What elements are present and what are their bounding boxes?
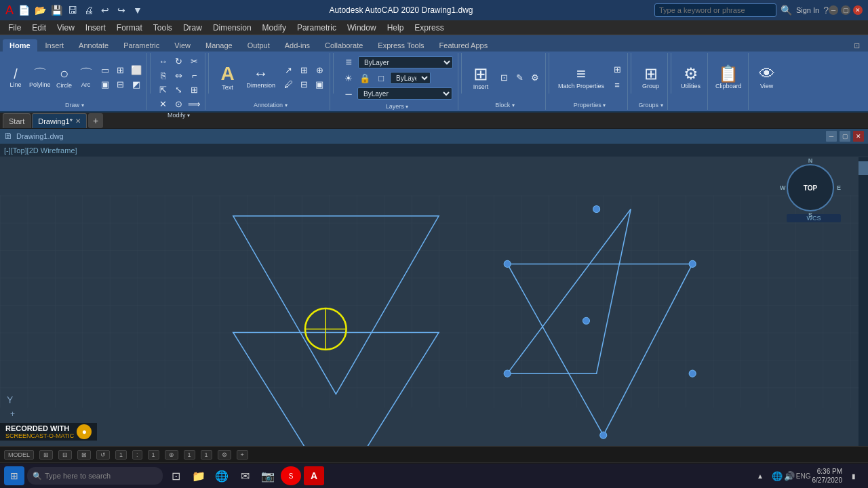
- saveas-button[interactable]: 🖫: [65, 3, 80, 18]
- listprops-button[interactable]: ≡: [610, 79, 625, 92]
- draw-circle-button[interactable]: ○ Circle: [54, 64, 75, 90]
- close-button[interactable]: ✕: [853, 5, 863, 15]
- linetype-dropdown[interactable]: ByLayer: [357, 87, 452, 100]
- menu-modify[interactable]: Modify: [257, 22, 292, 34]
- rotate-button[interactable]: ↻: [172, 54, 186, 68]
- redo-button[interactable]: ↪: [114, 3, 129, 18]
- tab-home[interactable]: Home: [3, 39, 37, 52]
- properties-group-label[interactable]: Properties ▾: [574, 100, 606, 108]
- snap-button[interactable]: ⊟: [58, 450, 72, 460]
- save-button[interactable]: 💾: [49, 3, 64, 18]
- autocad-taskbar-button[interactable]: A: [304, 466, 324, 485]
- tray-up-button[interactable]: ▲: [750, 466, 770, 485]
- tab-start[interactable]: Start: [3, 113, 31, 128]
- layer-icon3[interactable]: □: [374, 71, 389, 85]
- ribbon-search[interactable]: ⊡: [848, 40, 865, 52]
- tab-collaborate[interactable]: Collaborate: [318, 39, 370, 52]
- polar-button[interactable]: ↺: [96, 450, 110, 460]
- markup-button[interactable]: 🖊: [281, 78, 296, 92]
- menu-parametric[interactable]: Parametric: [292, 22, 342, 34]
- stretch-button[interactable]: ⇱: [156, 83, 171, 96]
- rectangle-button[interactable]: ▭: [98, 64, 113, 77]
- table2-button[interactable]: ⊟: [296, 78, 311, 92]
- tab-drawing1[interactable]: Drawing1* ✕: [32, 113, 87, 128]
- tab-parametric[interactable]: Parametric: [117, 39, 166, 52]
- draw-line-button[interactable]: / Line: [5, 65, 26, 89]
- scrollbar-thumb[interactable]: [859, 161, 868, 175]
- trim-button[interactable]: ✂: [187, 54, 202, 68]
- insert-button[interactable]: ⊞ Insert: [467, 62, 494, 93]
- move-button[interactable]: ↔: [156, 54, 171, 68]
- scale1-button[interactable]: 1: [115, 450, 127, 460]
- grid-button[interactable]: ⊞: [39, 450, 53, 460]
- right-scrollbar[interactable]: [859, 157, 868, 446]
- view-button[interactable]: 👁 View: [753, 63, 781, 92]
- explorer-button[interactable]: 📁: [189, 466, 209, 485]
- menu-help[interactable]: Help: [382, 22, 410, 34]
- minimize-button[interactable]: ─: [829, 5, 838, 15]
- start-button[interactable]: ⊞: [4, 466, 24, 485]
- utilities-button[interactable]: ⚙ Utilities: [677, 63, 705, 92]
- menu-edit[interactable]: Edit: [26, 22, 52, 34]
- maximize-button[interactable]: ▢: [841, 5, 850, 15]
- linetype-icon[interactable]: ─: [341, 87, 356, 100]
- menu-dimension[interactable]: Dimension: [208, 22, 257, 34]
- drawing-minimize-button[interactable]: ─: [826, 131, 837, 142]
- show-desktop-button[interactable]: ▮: [844, 466, 864, 485]
- menu-insert[interactable]: Insert: [80, 22, 111, 34]
- region-button[interactable]: ▣: [98, 78, 113, 92]
- screencast-button[interactable]: S: [281, 466, 301, 485]
- layerprops-button[interactable]: ≡: [341, 56, 356, 69]
- taskbar-search[interactable]: 🔍 Type here to search: [27, 467, 163, 485]
- drawing-maximize-button[interactable]: ▢: [840, 131, 850, 142]
- center-button[interactable]: ⊕: [312, 64, 327, 77]
- groups-group-label[interactable]: Groups ▾: [639, 100, 663, 108]
- erase-button[interactable]: ✕: [156, 97, 171, 110]
- settings-button[interactable]: ⚙: [218, 450, 231, 460]
- browser-button[interactable]: 🌐: [212, 466, 232, 485]
- menu-window[interactable]: Window: [342, 22, 382, 34]
- gradient-button[interactable]: ⬜: [129, 64, 144, 77]
- properties-panel-button[interactable]: ⊞: [610, 63, 625, 77]
- model-button[interactable]: MODEL: [4, 450, 34, 460]
- explode-button[interactable]: ⊙: [172, 97, 186, 110]
- draw-polyline-button[interactable]: ⌒ Polyline: [27, 65, 53, 89]
- layer-icon1[interactable]: ☀: [341, 71, 356, 85]
- draw-group-label[interactable]: Draw ▾: [65, 100, 84, 108]
- clipboard-button[interactable]: 📋 Clipboard: [712, 63, 745, 92]
- new-button[interactable]: 📄: [16, 3, 31, 18]
- taskview-button[interactable]: ⊡: [165, 466, 186, 485]
- draw-arc-button[interactable]: ⌒ Arc: [76, 65, 96, 89]
- new-tab-button[interactable]: +: [88, 113, 103, 128]
- array-button[interactable]: ⊞: [187, 83, 202, 96]
- statusbar-plus-button[interactable]: +: [237, 450, 248, 460]
- menu-view[interactable]: View: [52, 22, 80, 34]
- tab-annotate[interactable]: Annotate: [72, 39, 115, 52]
- menu-express[interactable]: Express: [409, 22, 449, 34]
- edit-block-button[interactable]: ✎: [512, 70, 527, 84]
- scale2-button[interactable]: :: [132, 450, 142, 460]
- annotation-group-label[interactable]: Annotation ▾: [254, 100, 288, 108]
- modify-group-label[interactable]: Modify ▾: [167, 110, 190, 119]
- leader-button[interactable]: ↗: [281, 64, 296, 77]
- wipeout-button[interactable]: ◩: [129, 78, 144, 92]
- camera-button[interactable]: 📷: [258, 466, 278, 485]
- tab-insert[interactable]: Insert: [39, 39, 71, 52]
- copy-button[interactable]: ⎘: [156, 68, 171, 82]
- text-button[interactable]: A Text: [214, 62, 241, 94]
- help-icon[interactable]: ?: [823, 5, 829, 16]
- close-drawing1-tab[interactable]: ✕: [75, 117, 81, 125]
- create-block-button[interactable]: ⊡: [496, 70, 511, 84]
- mail-button[interactable]: ✉: [235, 466, 255, 485]
- layer-icon2[interactable]: 🔒: [357, 71, 372, 85]
- search-icon[interactable]: 🔍: [781, 5, 792, 16]
- layers-group-label[interactable]: Layers ▾: [386, 102, 409, 110]
- search-input[interactable]: [654, 3, 776, 17]
- dimension-button[interactable]: ↔ Dimension: [243, 64, 279, 91]
- menu-format[interactable]: Format: [111, 22, 148, 34]
- customizeqa-button[interactable]: ▼: [130, 3, 145, 18]
- layer-dropdown[interactable]: ByLayer: [358, 56, 453, 68]
- print-button[interactable]: 🖨: [81, 3, 96, 18]
- menu-file[interactable]: File: [3, 22, 26, 34]
- open-button[interactable]: 📂: [33, 3, 47, 18]
